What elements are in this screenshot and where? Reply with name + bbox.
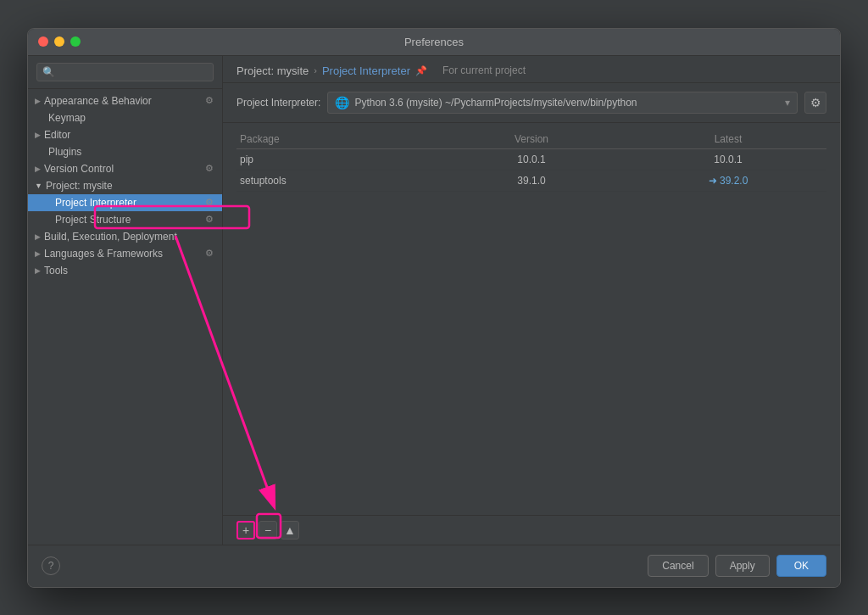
sidebar-item-vcs[interactable]: ▶ Version Control ⚙ bbox=[28, 160, 222, 177]
for-current-text: For current project bbox=[442, 64, 526, 76]
maximize-button[interactable] bbox=[70, 36, 81, 47]
interpreter-value: Python 3.6 (mysite) ~/PycharmProjects/my… bbox=[354, 97, 780, 109]
cell-version: 10.0.1 bbox=[433, 152, 630, 167]
interpreter-settings-button[interactable]: ⚙ bbox=[804, 92, 826, 114]
close-button[interactable] bbox=[38, 36, 48, 47]
sidebar-list: ▶ Appearance & Behavior ⚙ Keymap ▶ Edito… bbox=[28, 89, 222, 545]
breadcrumb-active: Project Interpreter bbox=[322, 64, 410, 77]
upgrade-package-button[interactable]: ▲ bbox=[281, 521, 299, 540]
gear-icon: ⚙ bbox=[205, 214, 214, 225]
sidebar-item-label: Version Control bbox=[44, 163, 114, 175]
cell-package: setuptools bbox=[236, 173, 433, 188]
sidebar-item-tools[interactable]: ▶ Tools bbox=[28, 262, 222, 279]
breadcrumb: Project: mysite › Project Interpreter 📌 … bbox=[223, 56, 840, 83]
sidebar-item-label: Plugins bbox=[48, 146, 81, 158]
col-header-latest: Latest bbox=[630, 133, 826, 145]
breadcrumb-project: Project: mysite bbox=[236, 64, 309, 77]
gear-icon: ⚙ bbox=[205, 95, 214, 106]
gear-icon: ⚙ bbox=[810, 96, 821, 109]
add-package-button[interactable]: + bbox=[236, 521, 255, 540]
cell-version: 39.1.0 bbox=[433, 173, 630, 188]
sidebar-item-appearance[interactable]: ▶ Appearance & Behavior ⚙ bbox=[28, 92, 222, 109]
bottom-actions: Cancel Apply OK bbox=[648, 555, 826, 577]
sidebar-item-editor[interactable]: ▶ Editor bbox=[28, 126, 222, 143]
plus-icon: + bbox=[242, 523, 249, 537]
titlebar: Preferences bbox=[28, 29, 840, 56]
up-icon: ▲ bbox=[284, 523, 296, 537]
expand-icon: ▶ bbox=[35, 165, 41, 173]
sidebar-item-label: Languages & Frameworks bbox=[44, 248, 163, 260]
col-header-version: Version bbox=[433, 133, 630, 145]
sidebar-item-label: Project Structure bbox=[55, 214, 131, 226]
apply-button[interactable]: Apply bbox=[715, 555, 770, 577]
cell-latest-update: ➜ 39.2.0 bbox=[630, 173, 826, 188]
table-header: Package Version Latest bbox=[236, 130, 826, 149]
sidebar-item-keymap[interactable]: Keymap bbox=[28, 109, 222, 126]
main-content: ▶ Appearance & Behavior ⚙ Keymap ▶ Edito… bbox=[28, 56, 840, 545]
minus-icon: − bbox=[264, 523, 271, 537]
table-body: pip 10.0.1 10.0.1 setuptools 39.1.0 ➜ 39… bbox=[236, 149, 826, 515]
expand-icon: ▶ bbox=[35, 266, 41, 275]
sidebar-item-languages[interactable]: ▶ Languages & Frameworks ⚙ bbox=[28, 245, 222, 262]
expand-icon: ▶ bbox=[35, 131, 41, 139]
sidebar-item-label: Project Interpreter bbox=[55, 197, 136, 209]
sidebar-item-label: Editor bbox=[44, 129, 70, 141]
sidebar-item-label: Build, Execution, Deployment bbox=[44, 231, 177, 243]
interpreter-label: Project Interpreter: bbox=[236, 97, 320, 109]
preferences-window: Preferences ▶ Appearance & Behavior ⚙ Ke… bbox=[27, 28, 841, 588]
breadcrumb-separator: › bbox=[314, 65, 317, 75]
table-toolbar: + − ▲ bbox=[223, 515, 840, 545]
sidebar-item-label: Keymap bbox=[48, 112, 86, 124]
cell-package: pip bbox=[236, 152, 433, 167]
sidebar: ▶ Appearance & Behavior ⚙ Keymap ▶ Edito… bbox=[28, 56, 223, 545]
minimize-button[interactable] bbox=[54, 36, 64, 47]
table-row[interactable]: pip 10.0.1 10.0.1 bbox=[236, 149, 826, 171]
sidebar-search-box[interactable] bbox=[28, 56, 222, 89]
window-title: Preferences bbox=[404, 36, 464, 48]
expand-icon: ▶ bbox=[35, 232, 41, 241]
remove-package-button[interactable]: − bbox=[259, 521, 277, 540]
main-panel: Project: mysite › Project Interpreter 📌 … bbox=[223, 56, 840, 545]
sidebar-item-plugins[interactable]: Plugins bbox=[28, 143, 222, 160]
interpreter-dropdown[interactable]: 🌐 Python 3.6 (mysite) ~/PycharmProjects/… bbox=[327, 92, 798, 114]
pin-icon: 📌 bbox=[415, 65, 427, 76]
chevron-down-icon: ▾ bbox=[785, 97, 790, 109]
interpreter-row: Project Interpreter: 🌐 Python 3.6 (mysit… bbox=[223, 83, 840, 123]
expand-icon: ▶ bbox=[35, 97, 41, 105]
sidebar-item-label: Project: mysite bbox=[46, 180, 113, 192]
cell-latest: 10.0.1 bbox=[630, 152, 826, 167]
expand-icon: ▶ bbox=[35, 249, 41, 258]
question-icon: ? bbox=[48, 560, 54, 572]
ok-button[interactable]: OK bbox=[776, 555, 826, 577]
window-controls bbox=[38, 36, 81, 47]
cancel-button[interactable]: Cancel bbox=[648, 555, 708, 577]
sidebar-item-project-mysite[interactable]: ▼ Project: mysite bbox=[28, 177, 222, 194]
table-row[interactable]: setuptools 39.1.0 ➜ 39.2.0 bbox=[236, 171, 826, 192]
gear-icon: ⚙ bbox=[205, 248, 214, 259]
sidebar-item-build[interactable]: ▶ Build, Execution, Deployment bbox=[28, 228, 222, 245]
gear-icon: ⚙ bbox=[205, 163, 214, 174]
bottom-bar: ? Cancel Apply OK bbox=[28, 545, 840, 587]
sidebar-item-project-interpreter[interactable]: Project Interpreter ⚙ bbox=[28, 194, 222, 211]
sidebar-item-label: Appearance & Behavior bbox=[44, 95, 152, 107]
packages-table: Package Version Latest pip 10.0.1 10.0.1… bbox=[236, 123, 826, 515]
col-header-package: Package bbox=[236, 133, 433, 145]
gear-icon: ⚙ bbox=[205, 197, 214, 208]
sidebar-item-project-structure[interactable]: Project Structure ⚙ bbox=[28, 211, 222, 228]
help-button[interactable]: ? bbox=[42, 556, 60, 575]
search-input[interactable] bbox=[36, 63, 214, 81]
python-icon: 🌐 bbox=[335, 96, 349, 109]
expand-icon-open: ▼ bbox=[35, 182, 42, 190]
sidebar-item-label: Tools bbox=[44, 265, 68, 277]
